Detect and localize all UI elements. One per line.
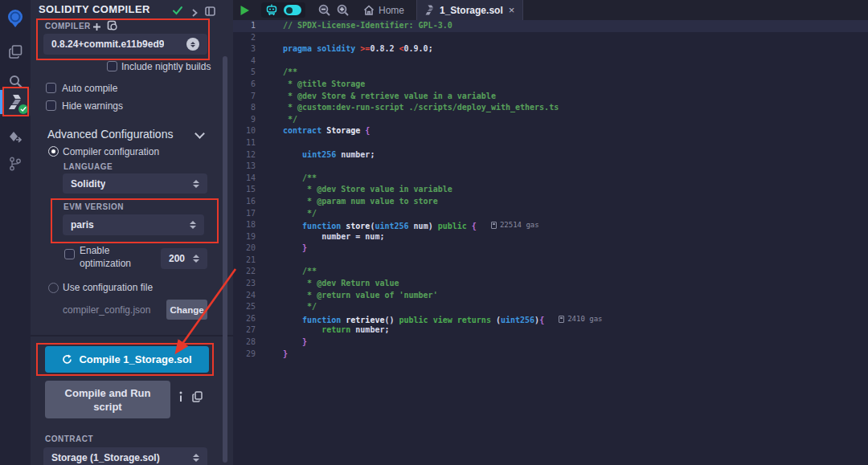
code-line[interactable]: 28 }	[233, 337, 868, 349]
code-line[interactable]: 4	[233, 55, 868, 67]
line-number: 14	[233, 173, 272, 185]
zoom-out-icon	[318, 4, 330, 16]
code-line[interactable]: 6 * @title Storage	[233, 79, 868, 91]
code-line[interactable]: 21	[233, 255, 868, 267]
gas-estimate: 2410 gas	[559, 313, 602, 325]
auto-compile-checkbox[interactable]	[46, 83, 56, 93]
copy-icon[interactable]	[192, 391, 203, 406]
code-text: }	[283, 349, 288, 361]
compiler-configuration-radio[interactable]	[48, 146, 59, 157]
chevron-down-icon[interactable]	[194, 128, 205, 139]
code-line[interactable]: 3pragma solidity >=0.8.2 <0.9.0;	[233, 43, 868, 55]
plus-icon[interactable]	[92, 20, 101, 35]
code-line[interactable]: 1// SPDX-License-Identifier: GPL-3.0	[233, 20, 868, 32]
line-number: 8	[233, 102, 272, 114]
code-line[interactable]: 17 */	[233, 208, 868, 220]
line-number: 11	[233, 137, 272, 149]
sidebar-item-solidity-compiler[interactable]	[0, 88, 31, 116]
contract-select[interactable]: Storage (1_Storage.sol)	[43, 447, 207, 465]
code-text: * @title Storage	[283, 79, 365, 91]
code-line[interactable]: 10contract Storage {	[233, 125, 868, 137]
use-configuration-file-radio[interactable]	[48, 283, 59, 293]
sidebar-item-deploy-run[interactable]	[0, 124, 31, 152]
code-line[interactable]: 8 * @custom:dev-run-script ./scripts/dep…	[233, 102, 868, 114]
code-line[interactable]: 23 * @dev Return value	[233, 278, 868, 290]
compile-and-run-label-2: script	[93, 401, 121, 413]
include-nightly-checkbox[interactable]	[107, 61, 117, 71]
copilot-toggle-on-icon[interactable]	[284, 5, 301, 15]
code-text: */	[283, 301, 317, 313]
code-line[interactable]: 2	[233, 32, 868, 44]
enable-optimization-checkbox[interactable]	[64, 249, 75, 259]
run-script-button[interactable]	[240, 5, 250, 16]
evm-version-select[interactable]: paris	[63, 214, 204, 235]
advanced-configurations-title[interactable]: Advanced Configurations	[47, 128, 173, 141]
code-text: * @dev Store value in variable	[283, 184, 452, 196]
code-line[interactable]: 5/**	[233, 67, 868, 79]
panel-scrollbar[interactable]	[223, 56, 227, 463]
line-number: 16	[233, 196, 272, 208]
panel-title: SOLIDITY COMPILER	[39, 3, 150, 15]
sidebar-item-git[interactable]	[0, 150, 31, 177]
code-line[interactable]: 15 * @dev Store value in variable	[233, 184, 868, 196]
optimization-runs-input[interactable]: 200	[161, 248, 207, 269]
change-config-button[interactable]: Change	[166, 300, 207, 320]
tab-1-storage-sol[interactable]: 1_Storage.sol ×	[416, 0, 523, 20]
compiler-configuration-label: Compiler configuration	[63, 146, 159, 157]
language-select[interactable]: Solidity	[63, 173, 207, 194]
code-line[interactable]: 29}	[233, 349, 868, 361]
compile-button-label: Compile 1_Storage.sol	[79, 353, 191, 365]
info-icon[interactable]	[178, 391, 183, 406]
use-configuration-file-label: Use configuration file	[63, 282, 153, 293]
code-line[interactable]: 26 function retrieve() public view retur…	[233, 313, 868, 325]
remix-ide-window: SOLIDITY COMPILER COMPILER 0.8.24+commit…	[0, 0, 868, 465]
code-line[interactable]: 7 * @dev Store & retrieve value in a var…	[233, 91, 868, 103]
code-line[interactable]: 12 uint256 number;	[233, 149, 868, 161]
panel-pin-icon[interactable]	[205, 5, 215, 19]
sidebar-item-file-explorer[interactable]	[0, 38, 31, 65]
zoom-out-button[interactable]	[318, 4, 330, 16]
solidity-compiler-panel: SOLIDITY COMPILER COMPILER 0.8.24+commit…	[31, 0, 233, 465]
tab-home[interactable]: Home	[363, 5, 404, 16]
file-explorer-icon	[9, 45, 23, 59]
chevron-right-icon[interactable]	[191, 6, 198, 20]
config-file-name: compiler_config.json	[63, 304, 150, 316]
code-line[interactable]: 16 * @param num value to store	[233, 196, 868, 208]
line-number: 25	[233, 301, 272, 313]
code-line[interactable]: 11	[233, 137, 868, 149]
ai-robot-icon[interactable]	[265, 4, 278, 16]
compile-button[interactable]: Compile 1_Storage.sol	[45, 346, 209, 373]
line-number: 2	[233, 32, 272, 44]
code-line[interactable]: 19 number = num;	[233, 231, 868, 243]
code-line[interactable]: 25 */	[233, 301, 868, 313]
remix-logo[interactable]	[0, 5, 31, 32]
code-editor[interactable]: 1// SPDX-License-Identifier: GPL-3.023pr…	[233, 20, 868, 465]
compile-and-run-button[interactable]: Compile and Run script	[45, 381, 170, 418]
code-text: pragma solidity >=0.8.2 <0.9.0;	[283, 43, 433, 55]
code-line[interactable]: 24 * @return value of 'number'	[233, 290, 868, 302]
line-number: 3	[233, 43, 272, 55]
line-number: 9	[233, 114, 272, 126]
enable-optimization-label-2: optimization	[80, 258, 131, 269]
zoom-in-button[interactable]	[337, 4, 349, 16]
compile-and-run-label-1: Compile and Run	[65, 387, 151, 399]
reload-file-icon[interactable]	[107, 19, 117, 34]
code-line[interactable]: 22 /**	[233, 266, 868, 278]
contract-value: Storage (1_Storage.sol)	[51, 452, 160, 463]
compiler-version-select[interactable]: 0.8.24+commit.e11b9ed9	[43, 34, 207, 55]
code-line[interactable]: 27 return number;	[233, 324, 868, 337]
hide-warnings-checkbox[interactable]	[46, 100, 56, 111]
language-label: LANGUAGE	[63, 162, 113, 171]
code-text: }	[283, 243, 307, 255]
code-line[interactable]: 9 */	[233, 114, 868, 126]
code-line[interactable]: 20 }	[233, 243, 868, 255]
tab-close-icon[interactable]: ×	[509, 5, 515, 15]
solidity-file-icon	[425, 5, 434, 15]
line-number: 7	[233, 91, 272, 103]
code-line[interactable]: 18 function store(uint256 num) public {2…	[233, 219, 868, 231]
line-number: 17	[233, 208, 272, 220]
code-line[interactable]: 14 /**	[233, 173, 868, 185]
code-line[interactable]: 13	[233, 161, 868, 173]
tab-label: 1_Storage.sol	[440, 5, 503, 16]
stepper-icon	[193, 454, 199, 462]
